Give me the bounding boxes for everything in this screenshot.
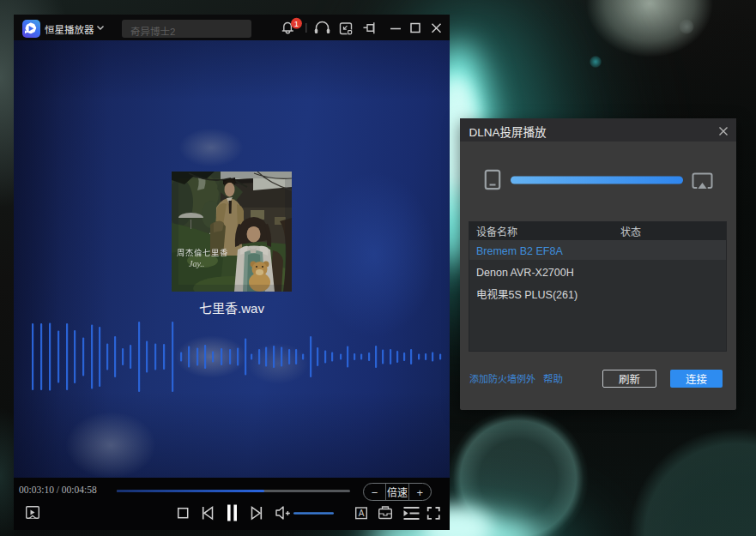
svg-text:1: 1 — [294, 19, 299, 28]
svg-text:A: A — [359, 509, 365, 518]
